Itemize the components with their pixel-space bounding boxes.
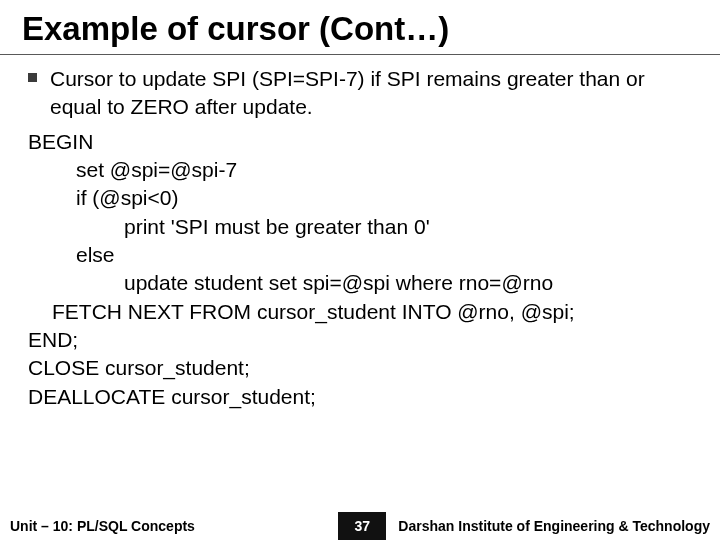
bullet-item: Cursor to update SPI (SPI=SPI-7) if SPI … — [28, 65, 692, 122]
code-line: print 'SPI must be greater than 0' — [28, 213, 692, 241]
slide-title: Example of cursor (Cont…) — [0, 0, 720, 55]
code-line: END; — [28, 326, 692, 354]
code-block: BEGIN set @spi=@spi-7 if (@spi<0) print … — [28, 128, 692, 411]
slide-body: Cursor to update SPI (SPI=SPI-7) if SPI … — [0, 55, 720, 411]
code-line: FETCH NEXT FROM cursor_student INTO @rno… — [28, 298, 692, 326]
footer: Unit – 10: PL/SQL Concepts 37 Darshan In… — [0, 512, 720, 540]
code-line: BEGIN — [28, 128, 692, 156]
footer-right: Darshan Institute of Engineering & Techn… — [398, 518, 720, 534]
footer-left: Unit – 10: PL/SQL Concepts — [0, 518, 195, 534]
code-line: set @spi=@spi-7 — [28, 156, 692, 184]
code-line: CLOSE cursor_student; — [28, 354, 692, 382]
code-line: update student set spi=@spi where rno=@r… — [28, 269, 692, 297]
slide: Example of cursor (Cont…) Cursor to upda… — [0, 0, 720, 540]
code-line: DEALLOCATE cursor_student; — [28, 383, 692, 411]
bullet-square-icon — [28, 73, 37, 82]
code-line: if (@spi<0) — [28, 184, 692, 212]
code-line: else — [28, 241, 692, 269]
page-number: 37 — [338, 512, 386, 540]
bullet-text: Cursor to update SPI (SPI=SPI-7) if SPI … — [50, 67, 645, 118]
